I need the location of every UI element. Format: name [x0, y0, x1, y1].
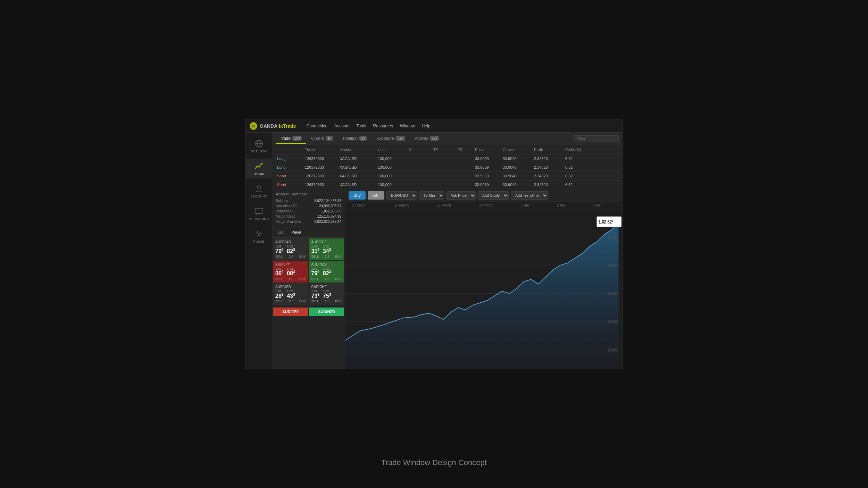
- cell-profit: 2.34323: [533, 164, 564, 171]
- filter-input[interactable]: [574, 135, 619, 142]
- margin-avail-value: 8,822,023,392.24: [314, 220, 341, 224]
- add-study-select[interactable]: Add Study: [478, 191, 509, 200]
- chart-date-1: 28 March: [394, 203, 409, 207]
- cell-type: Long: [276, 155, 303, 162]
- sell-label: SELL: [311, 300, 319, 303]
- timeframe-select[interactable]: 15 Min: [419, 191, 444, 200]
- svg-marker-12: [345, 223, 619, 369]
- cell-current: 33.9040: [501, 173, 533, 179]
- margin-avail-label: Margin Available: [276, 220, 301, 224]
- col-price: Price: [474, 146, 501, 153]
- account-summary: Account Summary Balance 8,922,104,468.96…: [272, 189, 345, 227]
- cell-tp: [432, 173, 456, 179]
- chart-date-0: 27 March: [352, 203, 367, 207]
- currency-panel-aud-chf[interactable]: AUD/CHF 1.02 319 1.02 343: [309, 238, 344, 260]
- bid-main: 319: [311, 248, 319, 254]
- cell-profit: 2.34323: [533, 155, 564, 162]
- add-trendline-select[interactable]: Add Trendline: [511, 191, 548, 200]
- spread-value: 2.h: [325, 300, 329, 303]
- ask-main: 753: [323, 293, 331, 299]
- cell-ts: [456, 155, 474, 162]
- cell-ticket: 126372333: [303, 181, 338, 188]
- col-ts: TS: [456, 146, 474, 153]
- currency-panel-aud-nzd[interactable]: AUD/NZD 1.02 799 1.02 823: [309, 261, 344, 282]
- chart-date-3: 30 March: [479, 203, 493, 207]
- sidebar-item-account[interactable]: ACCOUNT: [246, 181, 272, 201]
- menu-tools[interactable]: Tools: [357, 124, 366, 128]
- sidebar-item-trade[interactable]: TRADE: [246, 159, 272, 178]
- currency-panel-cad-chf[interactable]: CAD/CHF 1.02 739 1.02 753: [309, 283, 344, 305]
- pair-select[interactable]: EUR/USD: [386, 191, 417, 200]
- globe-icon: [254, 139, 264, 149]
- currency-grid: AUD/CAD 1.02 799 1.02 823: [272, 238, 345, 305]
- menu-connection[interactable]: Connection: [307, 124, 328, 128]
- sell-label: SELL: [275, 277, 283, 281]
- cell-price: 33.9069: [474, 164, 501, 171]
- trade-table: Ticket Market Units SL TP TS Price Curre…: [272, 145, 622, 189]
- cell-price: 33.9069: [474, 181, 501, 188]
- table-row[interactable]: Long 126372333 XAG/USD 100,000 33.9069 3…: [272, 154, 622, 163]
- chart-icon: [254, 161, 264, 171]
- currency-panel-aud-usd[interactable]: AUD/USD 1.02 289 1.02 433: [273, 283, 308, 305]
- sell-button[interactable]: Sell: [368, 191, 384, 200]
- sidebar-item-outlook[interactable]: OUTLOOK: [246, 136, 272, 156]
- cell-units: 100,000: [376, 155, 408, 162]
- menu-account[interactable]: Account: [334, 124, 349, 128]
- col-sl: SL: [408, 146, 432, 153]
- panel-toggle-btn[interactable]: Panel: [289, 229, 303, 235]
- tab-trade[interactable]: Trade 153: [276, 134, 306, 144]
- cell-ts: [456, 181, 474, 188]
- spread-value: 2.8: [325, 277, 329, 281]
- bid-main: 799: [311, 270, 319, 276]
- logo-text: OANDA fxTrade: [260, 123, 296, 129]
- cell-units: 100,000: [376, 164, 408, 171]
- sidebar-item-messaging[interactable]: MESSAGING: [246, 204, 272, 224]
- menu-resources[interactable]: Resources: [373, 124, 393, 128]
- cell-ts: [456, 164, 474, 171]
- tab-activity[interactable]: Activity 221: [411, 134, 443, 144]
- buy-label: BUY: [299, 277, 306, 281]
- tab-position[interactable]: Position 23: [339, 134, 371, 144]
- aud-nzd-button[interactable]: AUD/NZD: [309, 308, 344, 316]
- sell-label: SELL: [275, 300, 283, 303]
- spread-value: 2.h: [289, 300, 293, 303]
- unrealized-row: Unrealized P/L 24,906,005.94: [276, 203, 341, 209]
- table-row[interactable]: Long 126372333 XAG/USD 100,000 33.9069 3…: [272, 163, 622, 172]
- cell-market: XAG/USD: [338, 173, 376, 179]
- tab-orders[interactable]: Orders 10: [307, 134, 337, 144]
- price-type-select[interactable]: Ask Price: [446, 191, 476, 200]
- menu-window[interactable]: Window: [400, 124, 415, 128]
- currency-panel-aud-cad[interactable]: AUD/CAD 1.02 799 1.02 823: [273, 238, 308, 260]
- tabs-row: Trade 153 Orders 10 Position 23 Exposure…: [272, 133, 622, 145]
- list-toggle-btn[interactable]: List: [276, 229, 286, 235]
- buy-button[interactable]: Buy: [349, 191, 366, 200]
- cell-ticket: 126372333: [303, 173, 338, 179]
- currency-name: AUD/CHF: [311, 240, 342, 244]
- currency-name: AUD/CAD: [275, 240, 306, 244]
- sidebar-label-outlook: OUTLOOK: [251, 150, 267, 153]
- chart-date-4: 1 Apr: [521, 203, 529, 207]
- tab-badge-activity: 221: [430, 136, 439, 141]
- chart-dates: 27 March 28 March 29 March 30 March 1 Ap…: [345, 202, 622, 209]
- spread-value: 2.8: [289, 277, 293, 281]
- sidebar-item-pulse[interactable]: PULSE: [246, 226, 272, 246]
- margin-used-label: Margin Used: [276, 214, 295, 218]
- ask-main: 823: [287, 248, 295, 254]
- chart-date-5: 2 Apr: [557, 203, 565, 207]
- cell-profit: 2.34323: [533, 173, 564, 179]
- tab-badge-orders: 10: [326, 136, 333, 141]
- ask-main: 823: [323, 270, 331, 276]
- tab-exposure[interactable]: Exposure 320: [372, 134, 409, 144]
- cell-tp: [432, 155, 456, 162]
- cell-profit: 2.34323: [533, 181, 564, 188]
- cell-ts: [456, 173, 474, 179]
- col-market: Market: [338, 146, 376, 153]
- currency-panel-aud-jpy[interactable]: AUD/JPY 1.02 069 1.02 083: [273, 261, 308, 282]
- aud-jpy-button[interactable]: AUD/JPY: [273, 308, 308, 316]
- menu-help[interactable]: Help: [422, 124, 431, 128]
- svg-text:1,0000: 1,0000: [608, 263, 618, 268]
- bid-main: 799: [275, 248, 283, 254]
- spread-value: 2.8: [325, 255, 329, 258]
- table-row[interactable]: Short 126372333 XAG/USD 100,000 33.9069 …: [272, 180, 622, 189]
- table-row[interactable]: Short 126372333 XAG/USD 100,000 33.9069 …: [272, 172, 622, 180]
